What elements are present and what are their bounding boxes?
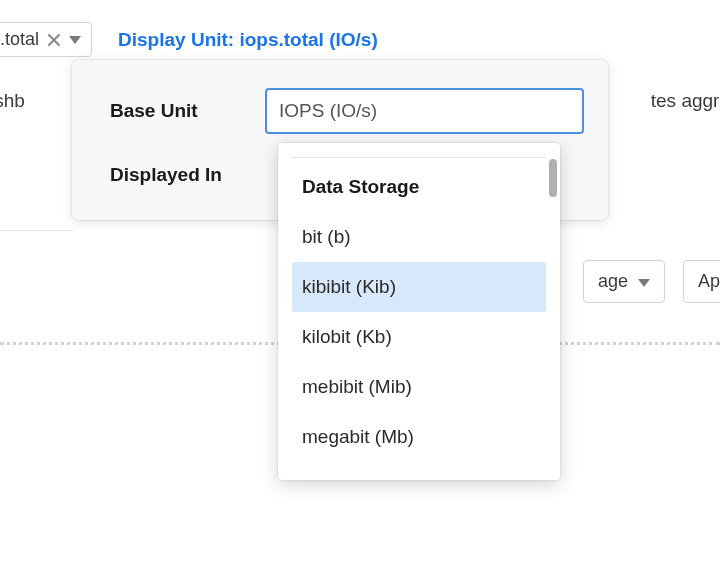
dropdown-item[interactable]: bit (b) <box>292 212 546 262</box>
background-text-left: Dashb <box>0 90 25 112</box>
base-unit-row: Base Unit <box>110 88 584 134</box>
background-text-right: tes aggre <box>651 90 720 112</box>
chevron-down-icon <box>638 271 650 292</box>
base-unit-input[interactable] <box>265 88 584 134</box>
dropdown-item[interactable]: megabit (Mb) <box>292 412 546 462</box>
dropdown-list: Data Storage bit (b)kibibit (Kib)kilobit… <box>292 157 546 462</box>
background-controls: age Ap <box>583 260 720 303</box>
close-icon[interactable] <box>47 33 61 47</box>
dropdown-item[interactable]: kibibit (Kib) <box>292 262 546 312</box>
metric-chip[interactable]: ps.total <box>0 22 92 57</box>
displayed-in-label: Displayed In <box>110 164 265 186</box>
divider-line <box>0 230 74 231</box>
base-unit-label: Base Unit <box>110 100 265 122</box>
metric-chip-text: ps.total <box>0 29 39 50</box>
scrollbar-thumb[interactable] <box>549 159 557 197</box>
svg-marker-3 <box>638 279 650 287</box>
background-button[interactable]: Ap <box>683 260 720 303</box>
top-bar: ps.total Display Unit: iops.total (IO/s) <box>0 22 378 57</box>
chevron-down-icon[interactable] <box>69 36 81 44</box>
dropdown-item[interactable]: kilobit (Kb) <box>292 312 546 362</box>
background-select[interactable]: age <box>583 260 665 303</box>
dropdown-item[interactable]: mebibit (Mib) <box>292 362 546 412</box>
display-unit-link[interactable]: Display Unit: iops.total (IO/s) <box>118 29 378 51</box>
svg-marker-2 <box>69 36 81 44</box>
background-select-text: age <box>598 271 628 292</box>
unit-dropdown[interactable]: Data Storage bit (b)kibibit (Kib)kilobit… <box>278 143 560 480</box>
dropdown-group-header: Data Storage <box>292 158 546 212</box>
